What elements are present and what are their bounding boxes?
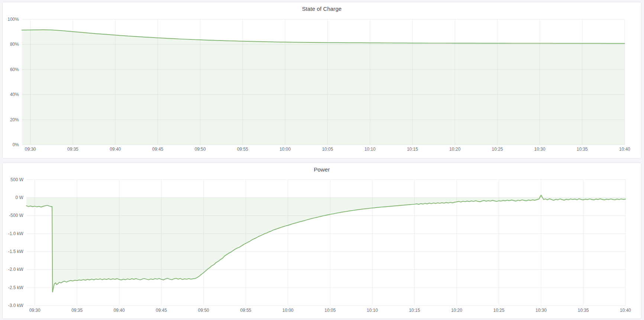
- svg-text:0%: 0%: [13, 142, 19, 147]
- state-of-charge-chart[interactable]: 100%80%60%40%20%0%09:3009:3509:4009:4509…: [3, 2, 641, 158]
- svg-text:09:35: 09:35: [67, 147, 78, 152]
- svg-text:10:35: 10:35: [578, 308, 589, 313]
- svg-text:10:15: 10:15: [407, 147, 418, 152]
- svg-text:500 W: 500 W: [10, 177, 23, 182]
- svg-text:-2.0 kW: -2.0 kW: [8, 267, 24, 272]
- svg-text:-1.0 kW: -1.0 kW: [8, 231, 24, 236]
- svg-text:10:20: 10:20: [449, 147, 460, 152]
- svg-text:100%: 100%: [7, 17, 19, 22]
- power-chart[interactable]: 500 W0 W-500 W-1.0 kW-1.5 kW-2.0 kW-2.5 …: [3, 163, 641, 319]
- svg-text:09:30: 09:30: [25, 147, 36, 152]
- svg-text:10:30: 10:30: [535, 308, 547, 313]
- svg-text:10:05: 10:05: [322, 147, 333, 152]
- svg-text:10:15: 10:15: [409, 308, 420, 313]
- svg-text:09:30: 09:30: [29, 308, 41, 313]
- svg-text:40%: 40%: [10, 92, 19, 97]
- svg-text:-3.0 kW: -3.0 kW: [8, 303, 24, 308]
- svg-text:60%: 60%: [10, 67, 19, 72]
- svg-text:10:35: 10:35: [577, 147, 588, 152]
- svg-text:10:10: 10:10: [367, 308, 378, 313]
- svg-text:20%: 20%: [10, 117, 19, 122]
- svg-text:10:05: 10:05: [324, 308, 336, 313]
- svg-text:-500 W: -500 W: [9, 213, 23, 218]
- svg-text:09:55: 09:55: [237, 147, 248, 152]
- svg-text:10:25: 10:25: [492, 147, 503, 152]
- svg-text:09:35: 09:35: [71, 308, 82, 313]
- dashboard-page: State of Charge 100%80%60%40%20%0%09:300…: [0, 0, 644, 320]
- svg-text:09:55: 09:55: [240, 308, 251, 313]
- panel-power: Power 500 W0 W-500 W-1.0 kW-1.5 kW-2.0 k…: [2, 163, 641, 319]
- panel-state-of-charge: State of Charge 100%80%60%40%20%0%09:300…: [2, 2, 641, 159]
- svg-text:80%: 80%: [10, 42, 19, 47]
- svg-text:0 W: 0 W: [16, 195, 24, 200]
- svg-text:10:30: 10:30: [534, 147, 546, 152]
- svg-text:10:40: 10:40: [620, 308, 631, 313]
- svg-text:09:50: 09:50: [195, 147, 206, 152]
- svg-text:-1.5 kW: -1.5 kW: [8, 249, 24, 254]
- svg-text:09:50: 09:50: [198, 308, 209, 313]
- svg-text:-2.5 kW: -2.5 kW: [8, 285, 24, 290]
- svg-text:10:00: 10:00: [279, 147, 291, 152]
- svg-text:09:40: 09:40: [114, 308, 125, 313]
- svg-text:09:45: 09:45: [152, 147, 163, 152]
- svg-text:09:40: 09:40: [110, 147, 121, 152]
- svg-text:10:40: 10:40: [619, 147, 630, 152]
- svg-text:09:45: 09:45: [156, 308, 167, 313]
- svg-text:10:10: 10:10: [365, 147, 376, 152]
- svg-text:10:20: 10:20: [451, 308, 462, 313]
- svg-text:10:25: 10:25: [493, 308, 504, 313]
- svg-text:10:00: 10:00: [282, 308, 294, 313]
